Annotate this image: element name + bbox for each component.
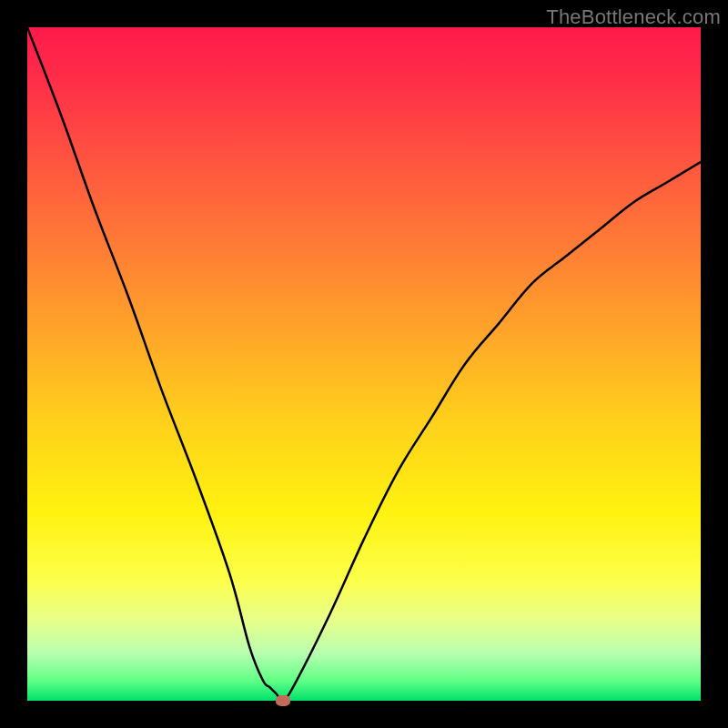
- watermark-text: TheBottleneck.com: [546, 5, 721, 29]
- chart-marker: [276, 695, 290, 706]
- chart-background: [27, 27, 701, 701]
